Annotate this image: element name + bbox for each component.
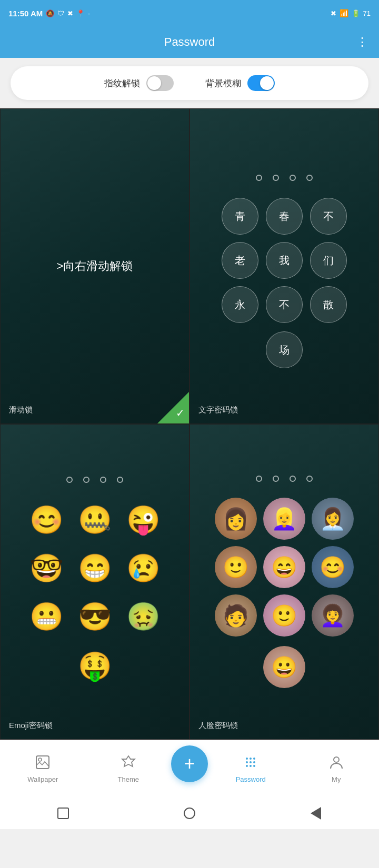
nav-password[interactable]: Password (208, 755, 294, 783)
emoji-dot-2 (83, 477, 89, 483)
slide-lock-label: 滑动锁 (9, 405, 33, 415)
slide-lock-cell[interactable]: >向右滑动解锁 滑动锁 ✓ (0, 108, 190, 424)
face-7[interactable]: 🧑 (215, 594, 257, 637)
fingerprint-toggle[interactable] (146, 75, 174, 91)
char-btn-9[interactable]: 散 (310, 286, 347, 323)
recent-apps-icon (57, 808, 69, 819)
svg-point-4 (253, 761, 255, 763)
nav-my[interactable]: My (294, 755, 380, 783)
svg-point-2 (246, 761, 248, 763)
char-btn-6[interactable]: 们 (310, 242, 347, 279)
svg-point-10 (253, 765, 255, 767)
char-btn-10[interactable]: 场 (266, 331, 303, 368)
emoji-3[interactable]: 😜 (122, 499, 164, 541)
back-icon (311, 807, 321, 820)
nav-wallpaper-label: Wallpaper (27, 775, 58, 783)
blur-label: 背景模糊 (205, 77, 241, 89)
fingerprint-label: 指纹解锁 (104, 77, 140, 89)
face-8[interactable]: 🙂 (263, 594, 305, 637)
word-dots-row (256, 175, 313, 181)
word-lock-label: 文字密码锁 (198, 405, 238, 415)
emoji-7[interactable]: 😬 (25, 596, 67, 638)
emoji-row-4: 🤑 (74, 645, 116, 687)
face-9[interactable]: 👩‍🦱 (312, 594, 354, 637)
svg-point-3 (250, 761, 252, 763)
plus-icon: + (184, 754, 195, 773)
char-btn-5[interactable]: 我 (266, 242, 303, 279)
emoji-5[interactable]: 😁 (74, 547, 116, 589)
emoji-8[interactable]: 😎 (74, 596, 116, 638)
system-nav (0, 798, 379, 829)
dot-2 (273, 175, 279, 181)
recent-apps-button[interactable] (55, 805, 71, 821)
emoji-dots-row (66, 477, 123, 483)
char-btn-3[interactable]: 不 (310, 198, 347, 235)
face-4[interactable]: 🙂 (215, 546, 257, 588)
emoji-dot-3 (100, 477, 106, 483)
face-dots-row (256, 476, 313, 482)
face-row-4: 😀 (263, 646, 305, 688)
emoji-4[interactable]: 🤓 (25, 547, 67, 589)
char-grid-4: 场 (266, 331, 303, 368)
fingerprint-knob (147, 76, 161, 90)
char-btn-4[interactable]: 老 (222, 242, 258, 279)
char-btn-2[interactable]: 春 (266, 198, 303, 235)
char-btn-7[interactable]: 永 (222, 286, 258, 323)
password-icon (243, 755, 258, 773)
face-3[interactable]: 👩‍💼 (312, 498, 354, 540)
emoji-1[interactable]: 😊 (25, 499, 67, 541)
emoji-dot-4 (117, 477, 123, 483)
home-button[interactable] (182, 805, 197, 821)
sync-icon: ✖ (67, 9, 73, 17)
nav-wallpaper[interactable]: Wallpaper (0, 755, 86, 783)
char-btn-8[interactable]: 不 (266, 286, 303, 323)
emoji-6[interactable]: 😢 (122, 547, 164, 589)
svg-point-8 (246, 765, 248, 767)
face-10[interactable]: 😀 (263, 646, 305, 688)
word-lock-cell[interactable]: 青 春 不 老 我 们 永 不 散 场 文字密码锁 (190, 108, 379, 424)
svg-point-6 (250, 758, 252, 760)
emoji-lock: 😊 🤐 😜 🤓 😁 😢 😬 😎 🤢 🤑 (1, 425, 189, 739)
svg-point-7 (253, 758, 255, 760)
face-1[interactable]: 👩 (215, 498, 257, 540)
fingerprint-toggle-item: 指纹解锁 (104, 75, 174, 91)
blur-toggle[interactable] (247, 75, 275, 91)
face-2[interactable]: 👱‍♀️ (263, 498, 305, 540)
emoji-9[interactable]: 🤢 (122, 596, 164, 638)
face-dot-1 (256, 476, 262, 482)
svg-rect-0 (36, 756, 49, 769)
dot-3 (290, 175, 296, 181)
nav-diy-fab[interactable]: + (171, 745, 208, 782)
battery-icon: 🔋 (352, 9, 360, 17)
toggle-row: 指纹解锁 背景模糊 (11, 66, 368, 100)
face-5[interactable]: 😄 (263, 546, 305, 588)
slide-lock: >向右滑动解锁 (1, 109, 189, 423)
face-lock-label: 人脸密码锁 (198, 721, 238, 731)
top-bar: Password ⋮ (0, 26, 379, 58)
emoji-2[interactable]: 🤐 (74, 499, 116, 541)
my-icon (329, 755, 344, 773)
face-lock-cell[interactable]: 👩 👱‍♀️ 👩‍💼 🙂 😄 😊 🧑 🙂 👩‍🦱 😀 人脸密码锁 (190, 424, 379, 740)
menu-button[interactable]: ⋮ (356, 35, 368, 49)
location-icon: 📍 (76, 9, 85, 17)
blur-toggle-item: 背景模糊 (205, 75, 275, 91)
page-title: Password (164, 35, 215, 49)
nav-password-label: Password (236, 775, 266, 783)
battery-level: 71 (363, 9, 371, 17)
nav-theme[interactable]: Theme (86, 755, 172, 783)
char-btn-1[interactable]: 青 (222, 198, 258, 235)
svg-point-9 (250, 765, 252, 767)
back-button[interactable] (308, 805, 324, 821)
wifi-icon: 📶 (340, 9, 348, 17)
face-grid: 👩 👱‍♀️ 👩‍💼 🙂 😄 😊 🧑 🙂 👩‍🦱 (210, 498, 359, 637)
char-grid: 青 春 不 老 我 们 永 不 散 (222, 198, 347, 323)
status-time: 11:50 AM (8, 9, 43, 18)
face-6[interactable]: 😊 (312, 546, 354, 588)
dot-1 (256, 175, 262, 181)
theme-icon (121, 755, 136, 773)
emoji-lock-cell[interactable]: 😊 🤐 😜 🤓 😁 😢 😬 😎 🤢 🤑 Emoji密码锁 (0, 424, 190, 740)
face-dot-2 (273, 476, 279, 482)
emoji-10[interactable]: 🤑 (74, 645, 116, 687)
status-left: 11:50 AM 🔕 🛡 ✖ 📍 · (8, 9, 90, 18)
face-lock: 👩 👱‍♀️ 👩‍💼 🙂 😄 😊 🧑 🙂 👩‍🦱 😀 (190, 425, 378, 739)
